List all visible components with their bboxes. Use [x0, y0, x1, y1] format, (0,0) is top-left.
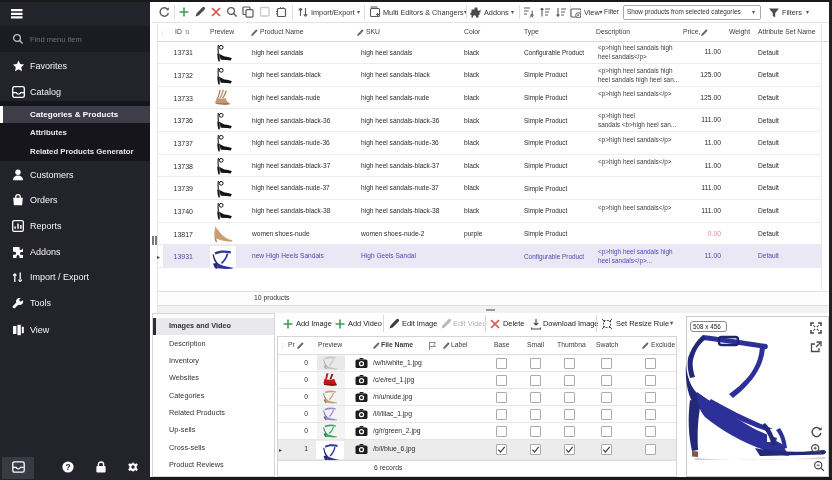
svg-text:?: ? [65, 462, 70, 472]
svg-text:A: A [530, 13, 534, 19]
